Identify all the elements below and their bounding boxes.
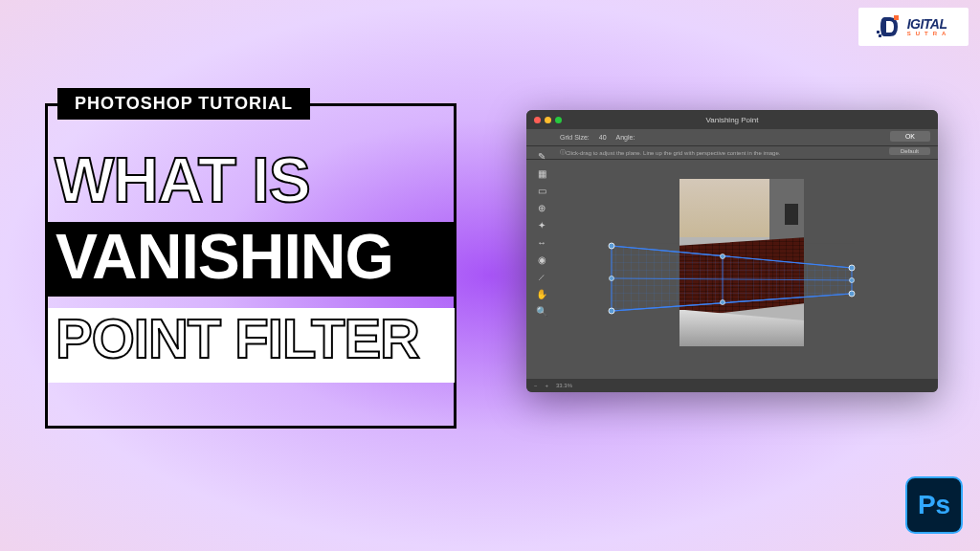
measure-tool-icon[interactable]: ⟋ — [536, 271, 547, 282]
create-plane-tool-icon[interactable]: ▦ — [536, 167, 547, 179]
title-line-1: WHAT IS — [55, 148, 310, 211]
window-toolbar: Grid Size: 40 Angle: OK — [526, 129, 938, 146]
maximize-icon[interactable] — [555, 117, 562, 123]
edit-plane-tool-icon[interactable]: ✎ — [536, 150, 547, 162]
close-icon[interactable] — [534, 117, 541, 123]
svg-point-5 — [609, 243, 614, 249]
grid-size-label: Grid Size: — [560, 134, 590, 141]
zoom-tool-icon[interactable]: 🔍 — [536, 305, 547, 317]
ok-button[interactable]: OK — [890, 131, 930, 142]
digital-sutra-logo: IGITAL SUTRA — [858, 8, 969, 46]
svg-rect-13 — [894, 15, 899, 20]
svg-rect-15 — [879, 34, 881, 37]
title-line-3: POINT FILTER — [56, 311, 419, 366]
pavement-region — [679, 310, 804, 347]
marquee-tool-icon[interactable]: ▭ — [536, 185, 547, 196]
window-hint-bar: ⓘ Click-drag to adjust the plane. Line u… — [526, 146, 938, 160]
title-line-2: VANISHING — [56, 225, 393, 288]
minimize-icon[interactable] — [545, 117, 551, 123]
brand-subtext: SUTRA — [907, 31, 951, 36]
tool-sidebar: ✎ ▦ ▭ ⊕ ✦ ↔ ◉ ⟋ ✋ 🔍 — [532, 150, 551, 317]
digital-sutra-text: IGITAL SUTRA — [907, 17, 951, 36]
hand-tool-icon[interactable]: ✋ — [536, 288, 547, 299]
brick-wall-region — [679, 237, 804, 318]
svg-point-10 — [850, 278, 855, 283]
grid-size-value[interactable]: 40 — [599, 134, 607, 141]
window-titlebar: Vanishing Point — [526, 110, 938, 129]
traffic-lights — [534, 117, 562, 123]
svg-point-6 — [849, 265, 855, 271]
hint-text: Click-drag to adjust the plane. Line up … — [566, 150, 780, 156]
brick-wall-image — [679, 179, 804, 346]
zoom-out-icon[interactable]: − — [534, 383, 538, 388]
eyedropper-tool-icon[interactable]: ◉ — [536, 253, 547, 265]
canvas-area[interactable] — [555, 160, 928, 375]
photoshop-icon: Ps — [918, 490, 950, 520]
vanishing-point-window: Vanishing Point Grid Size: 40 Angle: OK … — [526, 110, 938, 392]
window-title: Vanishing Point — [706, 116, 759, 124]
door-region — [785, 204, 798, 225]
tutorial-label: PHOTOSHOP TUTORIAL — [57, 88, 310, 120]
stamp-tool-icon[interactable]: ⊕ — [536, 202, 547, 213]
digital-sutra-icon — [877, 13, 903, 40]
svg-point-8 — [609, 308, 614, 314]
zoom-in-icon[interactable]: + — [546, 383, 549, 388]
brand-text: IGITAL — [907, 17, 951, 31]
svg-point-7 — [849, 291, 855, 297]
brush-tool-icon[interactable]: ✦ — [536, 219, 547, 231]
zoom-level: 33.3% — [556, 383, 572, 388]
svg-rect-14 — [877, 31, 880, 33]
default-button[interactable]: Default — [889, 147, 930, 155]
svg-point-9 — [610, 276, 614, 281]
window-statusbar: − + 33.3% — [526, 379, 938, 392]
angle-label: Angle: — [616, 134, 635, 141]
photoshop-badge: Ps — [905, 476, 963, 534]
transform-tool-icon[interactable]: ↔ — [536, 236, 547, 248]
